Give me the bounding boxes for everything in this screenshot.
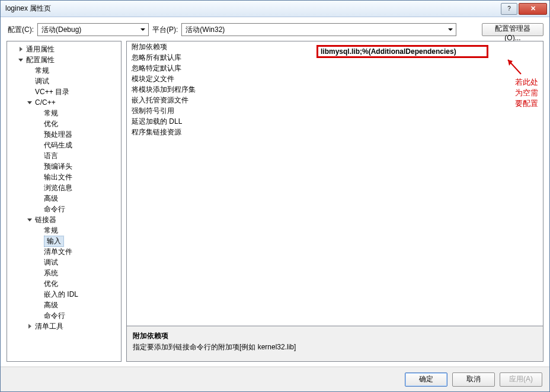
config-manager-button[interactable]: 配置管理器(O)...	[482, 23, 543, 36]
expand-spacer	[26, 88, 33, 95]
expand-spacer	[35, 291, 42, 298]
highlighted-value: libmysql.lib;%(AdditionalDependencies)	[316, 45, 488, 58]
expand-spacer	[35, 120, 42, 127]
expand-spacer	[26, 67, 33, 74]
tree-item[interactable]: 常规	[8, 65, 120, 76]
grid-row[interactable]: 忽略特定默认库	[127, 63, 543, 73]
tree-item[interactable]: C/C++	[8, 97, 120, 108]
platform-label: 平台(P):	[152, 25, 178, 35]
property-name: 嵌入托管资源文件	[127, 95, 316, 105]
tree-item-label: 系统	[44, 268, 58, 278]
property-grid-area: 附加依赖项libmysql.lib;%(AdditionalDependenci…	[127, 41, 543, 326]
property-page-window: loginex 属性页 ? ✕ 配置(C): 活动(Debug) 平台(P): …	[0, 0, 550, 392]
tree-item-label: 调试	[44, 258, 58, 268]
expand-right-icon[interactable]	[26, 323, 33, 330]
tree-item-label: 清单工具	[35, 322, 63, 332]
property-name: 强制符号引用	[127, 106, 316, 116]
tree-item-label: 优化	[44, 279, 58, 289]
expand-spacer	[35, 173, 42, 181]
tree-item[interactable]: 高级	[8, 193, 120, 204]
property-tree: 通用属性配置属性常规调试VC++ 目录C/C++常规优化预处理器代码生成语言预编…	[8, 44, 120, 332]
window-title: loginex 属性页	[5, 4, 500, 14]
config-select[interactable]: 活动(Debug)	[37, 23, 149, 36]
platform-select[interactable]: 活动(Win32)	[181, 23, 456, 36]
tree-item-label: 调试	[35, 76, 49, 86]
property-grid: 附加依赖项libmysql.lib;%(AdditionalDependenci…	[127, 41, 543, 137]
expand-spacer	[35, 195, 42, 202]
expand-down-icon[interactable]	[26, 216, 33, 223]
property-name: 将模块添加到程序集	[127, 85, 316, 95]
expand-spacer	[35, 131, 42, 138]
grid-row[interactable]: 模块定义文件	[127, 73, 543, 84]
tree-item[interactable]: 链接器	[8, 214, 120, 225]
tree-item[interactable]: 优化	[8, 118, 120, 129]
tree-item[interactable]: 浏览信息	[8, 182, 120, 193]
expand-spacer	[35, 152, 42, 159]
tree-item[interactable]: 常规	[8, 225, 120, 236]
config-toolbar: 配置(C): 活动(Debug) 平台(P): 活动(Win32) 配置管理器(…	[1, 17, 549, 41]
tree-item-label: 常规	[35, 66, 49, 76]
grid-row[interactable]: 强制符号引用	[127, 105, 543, 116]
expand-spacer	[35, 269, 42, 277]
tree-item[interactable]: 调试	[8, 76, 120, 86]
property-name: 附加依赖项	[127, 42, 316, 52]
expand-spacer	[35, 259, 42, 266]
expand-spacer	[35, 205, 42, 213]
tree-item-label: C/C++	[35, 98, 56, 107]
tree-item[interactable]: 输出文件	[8, 172, 120, 182]
tree-item-label: 代码生成	[44, 140, 72, 150]
grid-row[interactable]: 嵌入托管资源文件	[127, 95, 543, 105]
description-title: 附加依赖项	[133, 331, 537, 341]
tree-item[interactable]: VC++ 目录	[8, 86, 120, 97]
tree-item-label: 高级	[44, 300, 58, 310]
help-button[interactable]: ?	[501, 3, 517, 15]
tree-item-label: 预处理器	[44, 130, 72, 140]
tree-item[interactable]: 清单工具	[8, 321, 120, 332]
tree-item[interactable]: 预处理器	[8, 129, 120, 140]
tree-item[interactable]: 调试	[8, 257, 120, 268]
tree-item[interactable]: 嵌入的 IDL	[8, 289, 120, 300]
tree-item[interactable]: 输入	[8, 236, 120, 246]
tree-item-label: 预编译头	[44, 162, 72, 172]
expand-spacer	[35, 280, 42, 287]
grid-row[interactable]: 程序集链接资源	[127, 127, 543, 137]
tree-item[interactable]: 代码生成	[8, 140, 120, 150]
tree-item[interactable]: 命令行	[8, 310, 120, 321]
cancel-button[interactable]: 取消	[452, 372, 495, 387]
close-button[interactable]: ✕	[519, 3, 547, 15]
tree-item[interactable]: 系统	[8, 268, 120, 278]
description-panel: 附加依赖项 指定要添加到链接命令行的附加项[例如 kernel32.lib]	[127, 326, 543, 361]
property-name: 忽略所有默认库	[127, 53, 316, 63]
expand-down-icon[interactable]	[26, 99, 33, 106]
tree-item-label: 嵌入的 IDL	[44, 290, 78, 300]
tree-panel[interactable]: 通用属性配置属性常规调试VC++ 目录C/C++常规优化预处理器代码生成语言预编…	[7, 41, 121, 362]
config-label: 配置(C):	[8, 25, 34, 35]
tree-item[interactable]: 通用属性	[8, 44, 120, 54]
expand-down-icon[interactable]	[17, 56, 24, 63]
tree-item-label: 输出文件	[44, 172, 72, 182]
property-name: 忽略特定默认库	[127, 63, 316, 73]
expand-spacer	[35, 301, 42, 309]
tree-item[interactable]: 清单文件	[8, 246, 120, 257]
tree-item-label: VC++ 目录	[35, 87, 69, 97]
apply-button[interactable]: 应用(A)	[500, 372, 542, 387]
grid-row[interactable]: 延迟加载的 DLL	[127, 116, 543, 127]
tree-item-label: 常规	[44, 226, 58, 236]
expand-spacer	[35, 248, 42, 255]
tree-item[interactable]: 语言	[8, 150, 120, 161]
expand-right-icon[interactable]	[17, 46, 24, 53]
tree-item[interactable]: 命令行	[8, 204, 120, 214]
ok-button[interactable]: 确定	[405, 372, 447, 387]
grid-row[interactable]: 附加依赖项libmysql.lib;%(AdditionalDependenci…	[127, 41, 543, 52]
expand-spacer	[35, 142, 42, 149]
tree-item-label: 命令行	[44, 204, 65, 214]
tree-item[interactable]: 优化	[8, 278, 120, 289]
expand-spacer	[35, 312, 42, 319]
grid-row[interactable]: 将模块添加到程序集	[127, 84, 543, 95]
tree-item[interactable]: 常规	[8, 108, 120, 118]
tree-item[interactable]: 预编译头	[8, 161, 120, 172]
tree-item-label: 链接器	[35, 215, 56, 225]
expand-spacer	[26, 78, 33, 85]
tree-item[interactable]: 高级	[8, 300, 120, 310]
tree-item[interactable]: 配置属性	[8, 54, 120, 65]
